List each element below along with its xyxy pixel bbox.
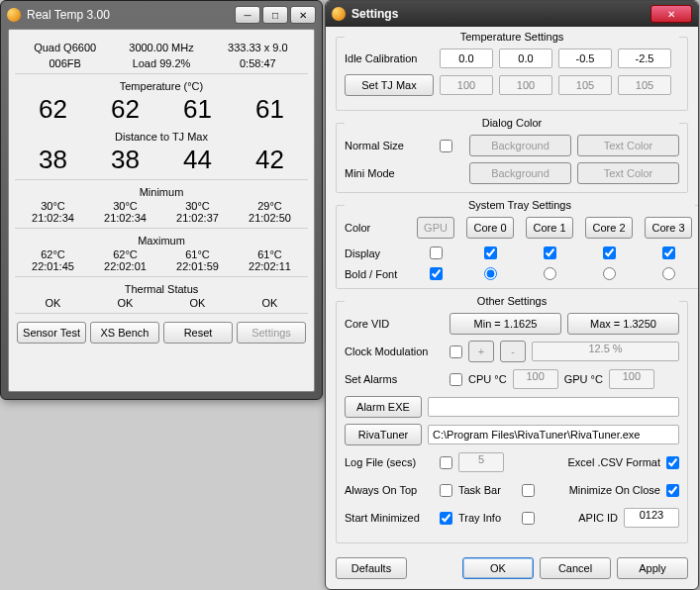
tjmax-3: 105 (618, 75, 671, 95)
xs-bench-button[interactable]: XS Bench (90, 322, 159, 344)
bold-checkbox[interactable] (430, 267, 443, 280)
display-core0-checkbox[interactable] (484, 246, 497, 259)
defaults-button[interactable]: Defaults (336, 557, 407, 579)
close-button[interactable]: ✕ (290, 6, 316, 24)
tray-color-label: Color (345, 222, 370, 234)
uptime: 0:58:47 (210, 57, 306, 69)
alarm-gpu-value[interactable]: 100 (609, 369, 654, 389)
dialog-color-group: Dialog Color Normal Size Background Text… (336, 117, 688, 193)
clockmod-plus-button[interactable]: + (468, 341, 494, 362)
minimize-button[interactable]: ─ (235, 6, 260, 24)
alarm-exe-button[interactable]: Alarm EXE (345, 396, 422, 418)
rivatuner-path[interactable] (428, 425, 679, 444)
idle-cal-3[interactable]: -2.5 (618, 49, 671, 68)
titlebar[interactable]: Real Temp 3.00 ─ □ ✕ (1, 1, 322, 29)
rivatuner-button[interactable]: RivaTuner (345, 424, 422, 445)
tray-core3-button[interactable]: Core 3 (645, 217, 691, 239)
set-tjmax-button[interactable]: Set TJ Max (345, 74, 434, 96)
settings-close-button[interactable]: ✕ (650, 5, 692, 23)
logfile-label: Log File (secs) (345, 456, 434, 468)
csv-checkbox[interactable] (666, 456, 679, 469)
tjmax-1: 100 (499, 75, 552, 95)
display-core3-checkbox[interactable] (662, 246, 675, 259)
temperature-heading: Temperature (°C) (17, 80, 306, 92)
display-core2-checkbox[interactable] (603, 246, 616, 259)
minimum-heading: Minimum (17, 186, 306, 198)
reset-button[interactable]: Reset (163, 322, 233, 344)
logfile-checkbox[interactable] (440, 456, 452, 469)
bold-radio-0[interactable] (484, 267, 497, 280)
minclose-checkbox[interactable] (666, 484, 679, 497)
alarm-cpu-value[interactable]: 100 (513, 369, 558, 389)
sensor-test-button[interactable]: Sensor Test (17, 322, 86, 344)
tray-core1-button[interactable]: Core 1 (526, 217, 572, 239)
display-core1-checkbox[interactable] (544, 246, 556, 259)
idle-calibration-label: Idle Calibration (345, 52, 434, 64)
settings-window: Settings ✕ Temperature Settings Idle Cal… (325, 0, 699, 590)
max-t0: 62°C (17, 248, 89, 260)
thermal-heading: Thermal Status (17, 283, 306, 295)
temperature-settings-legend: Temperature Settings (345, 31, 679, 43)
normal-background-button[interactable]: Background (469, 135, 571, 156)
corevid-max-button[interactable]: Max = 1.3250 (567, 313, 679, 335)
max-ts0: 22:01:45 (17, 260, 89, 272)
dist-core3: 42 (234, 145, 306, 175)
aot-checkbox[interactable] (440, 484, 452, 497)
min-ts1: 21:02:34 (89, 212, 161, 224)
maximize-button[interactable]: □ (262, 6, 288, 24)
clockmod-label: Clock Modulation (345, 345, 444, 357)
bold-radio-1[interactable] (544, 267, 556, 280)
tray-gpu-button[interactable]: GPU (417, 217, 454, 239)
taskbar-checkbox[interactable] (522, 484, 535, 497)
tray-core0-button[interactable]: Core 0 (466, 217, 513, 239)
dist-core0: 38 (17, 145, 89, 175)
tray-core2-button[interactable]: Core 2 (585, 217, 632, 239)
clockmod-minus-button[interactable]: - (500, 341, 526, 362)
mini-textcolor-button[interactable]: Text Color (577, 162, 679, 184)
ok-button[interactable]: OK (462, 557, 534, 579)
bios-id: 006FB (17, 57, 113, 69)
apply-button[interactable]: Apply (617, 557, 688, 579)
system-tray-group: System Tray Settings Color GPU Core 0 Co… (336, 199, 699, 289)
cancel-button[interactable]: Cancel (540, 557, 611, 579)
settings-button[interactable]: Settings (237, 322, 306, 344)
logfile-value[interactable]: 5 (458, 452, 504, 472)
dist-core2: 44 (161, 145, 234, 175)
min-t2: 30°C (161, 200, 234, 212)
clockmod-checkbox[interactable] (450, 345, 462, 358)
setalarms-checkbox[interactable] (450, 373, 462, 386)
max-t1: 62°C (89, 248, 161, 260)
csv-label: Excel .CSV Format (567, 456, 660, 468)
idle-cal-2[interactable]: -0.5 (558, 49, 612, 68)
tjmax-2: 105 (558, 75, 612, 95)
normal-size-checkbox[interactable] (440, 140, 452, 152)
min-ts3: 21:02:50 (234, 212, 306, 224)
taskbar-label: Task Bar (458, 484, 516, 496)
startmin-checkbox[interactable] (440, 512, 452, 525)
trayinfo-checkbox[interactable] (522, 512, 535, 525)
min-ts2: 21:02:37 (161, 212, 234, 224)
min-t0: 30°C (17, 200, 89, 212)
mini-background-button[interactable]: Background (469, 162, 571, 184)
bold-radio-2[interactable] (603, 267, 616, 280)
cpu-mhz: 3000.00 MHz (113, 42, 209, 53)
distance-heading: Distance to TJ Max (17, 131, 306, 143)
idle-cal-1[interactable]: 0.0 (499, 49, 552, 68)
bold-radio-3[interactable] (662, 267, 675, 280)
temperature-settings-group: Temperature Settings Idle Calibration 0.… (336, 31, 688, 111)
corevid-label: Core VID (345, 318, 444, 330)
alarm-cpu-label: CPU °C (468, 373, 507, 385)
client-area: Quad Q6600 3000.00 MHz 333.33 x 9.0 006F… (8, 29, 315, 392)
display-gpu-checkbox[interactable] (430, 246, 443, 259)
corevid-min-button[interactable]: Min = 1.1625 (450, 313, 561, 335)
maximum-heading: Maximum (17, 235, 306, 246)
thermal2: OK (161, 297, 234, 309)
thermal3: OK (234, 297, 306, 309)
settings-titlebar[interactable]: Settings ✕ (326, 1, 698, 27)
idle-cal-0[interactable]: 0.0 (440, 49, 493, 68)
normal-textcolor-button[interactable]: Text Color (577, 135, 679, 156)
settings-title: Settings (351, 7, 650, 21)
alarm-exe-path[interactable] (428, 397, 679, 417)
thermal1: OK (89, 297, 161, 309)
apic-label: APIC ID (578, 512, 618, 524)
